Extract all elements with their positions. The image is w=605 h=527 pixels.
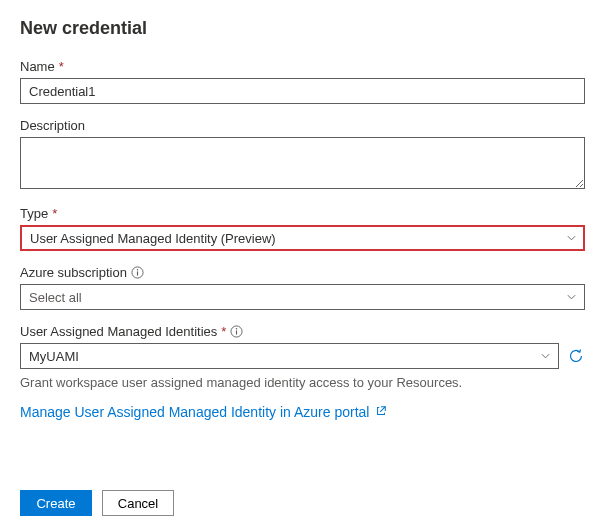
external-link-icon <box>375 404 387 420</box>
uami-label: User Assigned Managed Identities * <box>20 324 585 339</box>
name-label: Name * <box>20 59 585 74</box>
svg-rect-2 <box>137 271 138 275</box>
type-select[interactable]: User Assigned Managed Identity (Preview) <box>20 225 585 251</box>
cancel-button[interactable]: Cancel <box>102 490 174 516</box>
field-subscription: Azure subscription Select all <box>20 265 585 310</box>
field-type: Type * User Assigned Managed Identity (P… <box>20 206 585 251</box>
footer: Create Cancel <box>20 490 585 516</box>
manage-link[interactable]: Manage User Assigned Managed Identity in… <box>20 404 387 420</box>
subscription-label: Azure subscription <box>20 265 585 280</box>
subscription-select[interactable]: Select all <box>20 284 585 310</box>
refresh-button[interactable] <box>567 347 585 365</box>
create-button[interactable]: Create <box>20 490 92 516</box>
required-indicator: * <box>59 59 64 74</box>
name-label-text: Name <box>20 59 55 74</box>
field-description: Description <box>20 118 585 192</box>
subscription-select-value: Select all <box>29 290 82 305</box>
description-label: Description <box>20 118 585 133</box>
uami-label-text: User Assigned Managed Identities <box>20 324 217 339</box>
field-uami: User Assigned Managed Identities * MyUAM… <box>20 324 585 369</box>
type-select-value: User Assigned Managed Identity (Preview) <box>30 231 276 246</box>
info-icon[interactable] <box>131 266 144 279</box>
uami-select[interactable]: MyUAMI <box>20 343 559 369</box>
svg-rect-5 <box>236 330 237 334</box>
description-input[interactable] <box>20 137 585 189</box>
svg-point-4 <box>236 328 237 329</box>
subscription-label-text: Azure subscription <box>20 265 127 280</box>
type-label: Type * <box>20 206 585 221</box>
description-label-text: Description <box>20 118 85 133</box>
type-label-text: Type <box>20 206 48 221</box>
svg-point-1 <box>137 269 138 270</box>
page-title: New credential <box>20 18 585 39</box>
required-indicator: * <box>52 206 57 221</box>
manage-link-text: Manage User Assigned Managed Identity in… <box>20 404 369 420</box>
required-indicator: * <box>221 324 226 339</box>
uami-select-value: MyUAMI <box>29 349 79 364</box>
field-name: Name * <box>20 59 585 104</box>
name-input[interactable] <box>20 78 585 104</box>
info-icon[interactable] <box>230 325 243 338</box>
hint-text: Grant workspace user assigned managed id… <box>20 375 585 390</box>
